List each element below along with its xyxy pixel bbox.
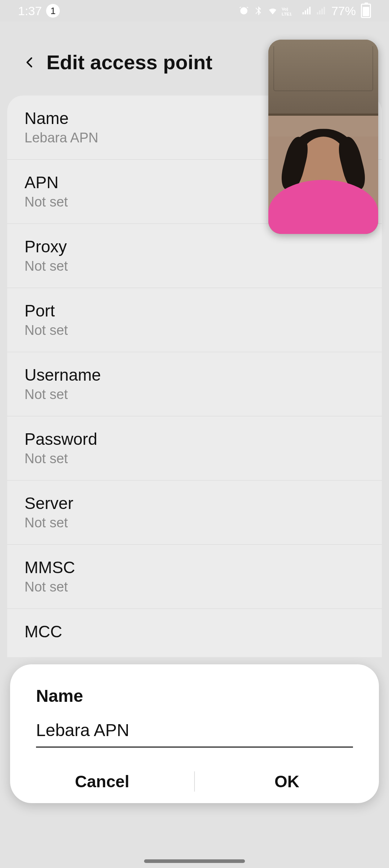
row-label: MMSC [24, 558, 365, 577]
edit-name-dialog: Name Lebara APN Cancel OK [10, 664, 379, 803]
status-bar: 1:37 1 Vo)LTE1 77% [0, 0, 389, 22]
wifi-icon [267, 5, 278, 16]
pip-video-overlay[interactable] [268, 40, 378, 234]
bluetooth-icon [253, 5, 264, 16]
back-button[interactable] [23, 56, 36, 69]
row-username[interactable]: Username Not set [7, 352, 382, 416]
svg-text:Vo): Vo) [282, 6, 288, 11]
row-server[interactable]: Server Not set [7, 480, 382, 545]
row-label: Port [24, 301, 365, 320]
volte-icon: Vo)LTE1 [282, 5, 298, 16]
row-mcc[interactable]: MCC [7, 609, 382, 657]
notif-count-badge: 1 [46, 4, 60, 18]
status-left: 1:37 1 [18, 4, 60, 18]
row-value: Not set [24, 579, 365, 595]
row-value: Not set [24, 515, 365, 531]
status-right: Vo)LTE1 77% [238, 4, 371, 18]
row-label: Proxy [24, 237, 365, 256]
battery-percent: 77% [331, 4, 356, 18]
signal-icon-1 [301, 5, 312, 16]
row-port[interactable]: Port Not set [7, 288, 382, 352]
row-label: MCC [24, 622, 365, 641]
row-value: Not set [24, 323, 365, 338]
signal-icon-2 [316, 5, 326, 16]
battery-icon [361, 4, 371, 18]
row-value: Not set [24, 451, 365, 466]
pip-thumbnail [268, 137, 378, 234]
row-value: Not set [24, 258, 365, 274]
row-label: Password [24, 429, 365, 449]
status-time: 1:37 [18, 4, 42, 18]
row-label: Username [24, 365, 365, 385]
dialog-name-input[interactable]: Lebara APN [36, 720, 353, 748]
row-value: Not set [24, 387, 365, 402]
dialog-title: Name [10, 686, 379, 720]
row-password[interactable]: Password Not set [7, 416, 382, 480]
page-title: Edit access point [46, 50, 213, 74]
pip-thumbnail [268, 40, 378, 114]
status-icons: Vo)LTE1 [238, 5, 326, 16]
svg-text:LTE1: LTE1 [282, 12, 292, 16]
dialog-buttons: Cancel OK [10, 760, 379, 803]
row-mmsc[interactable]: MMSC Not set [7, 545, 382, 609]
row-label: Server [24, 493, 365, 513]
chevron-left-icon [23, 56, 36, 69]
alarm-icon [238, 5, 249, 16]
gesture-bar[interactable] [144, 859, 245, 863]
cancel-button[interactable]: Cancel [10, 772, 194, 791]
ok-button[interactable]: OK [195, 772, 379, 791]
